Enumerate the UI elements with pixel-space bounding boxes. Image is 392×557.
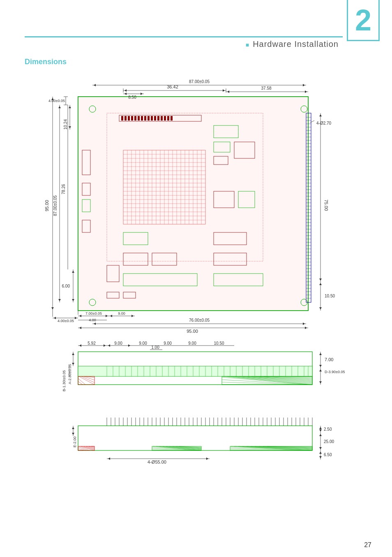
svg-text:9.00: 9.00 [118,311,125,316]
svg-marker-400 [319,427,322,429]
svg-marker-144 [223,89,225,92]
svg-text:B-1.30I±0.05: B-1.30I±0.05 [62,370,66,391]
svg-line-250 [79,376,95,385]
svg-marker-279 [108,344,110,347]
svg-marker-204 [131,315,134,317]
header-line [25,36,343,37]
header-title: Hardware Installation [246,39,339,49]
svg-rect-9 [121,116,123,121]
svg-marker-275 [79,344,81,347]
section-title: Dimensions [25,58,67,66]
svg-marker-404 [319,434,322,436]
svg-rect-10 [125,116,127,121]
svg-marker-165 [69,106,71,108]
svg-text:4.00±0.05: 4.00±0.05 [48,99,65,103]
svg-marker-159 [94,84,96,86]
page-container: 2 Hardware Installation Dimensions [0,0,392,557]
svg-marker-143 [125,89,127,92]
svg-text:25.00: 25.00 [324,439,334,444]
svg-text:10.50: 10.50 [214,341,224,346]
svg-text:A-2.80±0.05: A-2.80±0.05 [68,364,72,384]
svg-text:1.00: 1.00 [151,345,159,350]
svg-rect-11 [128,116,130,121]
svg-marker-187 [72,271,74,273]
svg-text:6.00: 6.00 [62,284,70,288]
svg-marker-208 [303,323,305,325]
svg-text:9.00: 9.00 [114,341,122,346]
svg-rect-214 [78,366,312,376]
svg-marker-299 [319,353,322,355]
svg-rect-13 [134,116,136,121]
svg-text:76.00±0.05: 76.00±0.05 [189,318,210,323]
svg-text:4-Ø55.00: 4-Ø55.00 [148,460,166,464]
svg-text:95.00: 95.00 [187,329,198,334]
svg-marker-300 [319,365,322,367]
svg-rect-19 [154,116,156,121]
svg-marker-169 [58,106,61,108]
svg-text:4.00±0.05: 4.00±0.05 [58,319,74,323]
svg-marker-293 [72,353,74,355]
svg-marker-183 [319,283,322,285]
svg-marker-207 [94,323,96,325]
svg-marker-180 [319,278,322,281]
svg-marker-147 [125,93,127,95]
svg-rect-20 [157,116,159,121]
diagram-area: 36.42 8.50 37.58 4.00±0.05 87.00±0.05 [25,68,376,532]
svg-text:95.00: 95.00 [44,200,49,211]
svg-rect-21 [161,116,163,121]
svg-marker-276 [104,344,106,347]
page-number: 27 [364,541,371,549]
header: 2 Hardware Installation [0,0,392,53]
svg-rect-18 [151,116,153,121]
svg-text:E-2.00: E-2.00 [73,436,77,448]
svg-marker-304 [319,381,322,383]
dimensions-svg: 36.42 8.50 37.58 4.00±0.05 87.00±0.05 [25,68,374,541]
svg-text:7.00: 7.00 [325,357,333,362]
svg-text:75.00: 75.00 [324,200,329,211]
svg-marker-294 [72,363,74,365]
svg-marker-193 [75,317,77,319]
svg-text:7.00±0.05: 7.00±0.05 [85,311,102,316]
svg-marker-176 [51,307,54,309]
svg-marker-211 [79,327,81,329]
svg-rect-16 [144,116,146,121]
svg-text:8.50: 8.50 [128,95,136,100]
svg-text:9.00: 9.00 [188,341,196,346]
svg-marker-197 [79,315,81,317]
svg-rect-17 [148,116,150,121]
svg-text:9.00: 9.00 [139,341,147,346]
svg-marker-409 [319,456,322,458]
svg-text:4-Ø2.70: 4-Ø2.70 [316,121,332,125]
svg-rect-14 [138,116,140,121]
svg-marker-170 [58,299,61,301]
svg-line-255 [78,381,83,385]
svg-text:87.00±0.05: 87.00±0.05 [189,79,210,84]
svg-marker-408 [319,452,322,454]
svg-text:37.58: 37.58 [261,86,271,91]
svg-marker-184 [319,307,322,309]
svg-marker-166 [69,126,71,128]
svg-text:2.50: 2.50 [324,427,332,432]
svg-marker-188 [72,299,74,301]
svg-text:87.00±0.05: 87.00±0.05 [53,195,58,216]
chapter-box: 2 [347,0,380,41]
svg-marker-396 [72,427,74,429]
svg-text:6.50: 6.50 [324,453,332,457]
svg-marker-151 [227,91,229,93]
svg-text:5.92: 5.92 [88,341,96,346]
svg-rect-22 [164,116,166,121]
svg-text:9.00: 9.00 [164,341,172,346]
svg-rect-24 [171,116,173,121]
svg-marker-198 [106,315,108,317]
svg-rect-23 [167,116,169,121]
svg-marker-179 [319,114,322,116]
svg-marker-280 [128,344,130,347]
svg-marker-203 [110,315,112,317]
svg-rect-12 [131,116,133,121]
svg-marker-303 [319,369,322,371]
chapter-number: 2 [355,5,371,35]
svg-marker-401 [319,429,322,432]
svg-marker-405 [319,447,322,449]
svg-text:10.24: 10.24 [63,119,68,130]
svg-text:D-3.90±0.05: D-3.90±0.05 [325,370,345,374]
